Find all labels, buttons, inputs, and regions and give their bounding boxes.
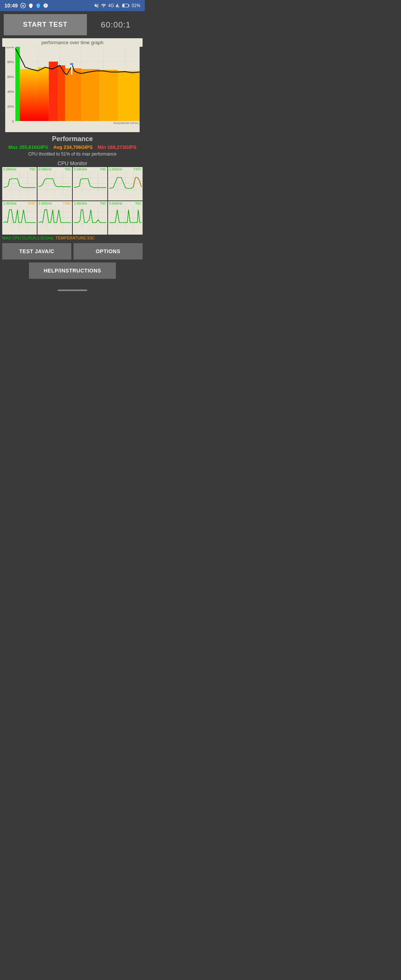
help-btn-container: HELP/INSTRUCTIONS — [0, 262, 145, 279]
performance-section: Performance Max 355,616GIPS Avg 234,706G… — [0, 132, 145, 158]
svg-text:0: 0 — [12, 119, 14, 123]
status-time: 10:49 — [5, 3, 18, 8]
svg-rect-30 — [65, 68, 81, 121]
cpu-core4-freq: 1.92GHz — [109, 167, 123, 171]
perf-avg: Avg 234,706GIPS — [54, 145, 93, 150]
graph-section: performance over time graph 100% — [2, 38, 143, 132]
svg-text:20%: 20% — [8, 105, 14, 108]
cpu-core-2: 0.59GHz T0C — [38, 167, 72, 200]
shield2-icon — [36, 3, 41, 8]
status-right: 4G 31% — [94, 3, 140, 8]
cpu-core6-freq: 1.92GHz — [38, 202, 52, 205]
battery-icon — [122, 3, 130, 8]
cpu-core5-freq: 1.92GHz — [3, 202, 17, 205]
cpu-core-6: 1.92GHz T93C — [38, 201, 72, 235]
cpu-monitor-title: CPU Monitor — [0, 158, 145, 167]
svg-rect-32 — [100, 70, 118, 121]
motorola-icon: M — [20, 3, 26, 8]
start-test-button[interactable]: START TEST — [4, 14, 87, 35]
cpu-core5-temp: T93C — [27, 202, 36, 205]
wifi-icon — [101, 3, 106, 8]
cpu-core1-temp: T0C — [29, 167, 36, 171]
cpu-core-1: 0.59GHz T0C — [2, 167, 37, 200]
battery-percent: 31% — [131, 3, 140, 8]
perf-max: Max 355,616GIPS — [8, 145, 48, 150]
svg-text:G: G — [45, 4, 46, 7]
help-instructions-button[interactable]: HELP/INSTRUCTIONS — [29, 262, 116, 279]
cpu-max-clock: MAX CPU CLOCK:2.91GHz, — [2, 236, 54, 240]
cpu-core7-freq: 1.92GHz — [74, 202, 87, 205]
svg-rect-26 — [20, 69, 38, 121]
cpu-core-3: 0.59GHz T0C — [73, 167, 107, 200]
nav-indicator — [57, 290, 87, 291]
status-bar: 10:49 M G 4G — [0, 0, 145, 11]
cpu-core6-temp: T93C — [63, 202, 71, 205]
performance-graph: 100% 80% 60% 40% 20% 0 — [5, 47, 140, 132]
cpu-grid: 0.59GHz T0C 0.59GHz T0C — [2, 167, 143, 235]
signal-icon — [116, 3, 120, 8]
svg-rect-25 — [15, 47, 20, 121]
performance-stats: Max 355,616GIPS Avg 234,706GIPS Min 169,… — [0, 145, 145, 150]
svg-rect-6 — [123, 5, 124, 7]
cpu-core-8: 0.63GHz T0C — [108, 201, 143, 235]
svg-rect-35 — [70, 63, 73, 65]
perf-min: Min 169,273GIPS — [98, 145, 136, 150]
top-controls: START TEST 60:00:1 — [0, 11, 145, 38]
test-java-c-button[interactable]: TEST JAVA/C — [2, 243, 71, 259]
cpu-core3-freq: 0.59GHz — [74, 167, 87, 171]
cpu-core1-freq: 0.59GHz — [3, 167, 17, 171]
timer-display: 60:00:1 — [91, 20, 141, 30]
main-content: START TEST 60:00:1 performance over time… — [0, 11, 145, 296]
svg-text:100%: 100% — [6, 47, 14, 49]
svg-text:80%: 80% — [8, 60, 14, 64]
svg-rect-27 — [38, 67, 49, 121]
shield-icon — [28, 3, 33, 8]
svg-text:time(interval 10min): time(interval 10min) — [113, 121, 139, 125]
svg-rect-28 — [49, 62, 57, 121]
network-type: 4G — [108, 3, 114, 8]
cpu-core3-temp: T0C — [100, 167, 106, 171]
cpu-core8-freq: 0.63GHz — [109, 202, 123, 205]
svg-text:60%: 60% — [8, 75, 14, 79]
cpu-core-4: 1.92GHz T37C — [108, 167, 143, 200]
cpu-core2-freq: 0.59GHz — [38, 167, 52, 171]
svg-rect-5 — [129, 5, 129, 6]
svg-rect-29 — [58, 65, 65, 121]
graph-title: performance over time graph — [2, 38, 143, 47]
performance-title: Performance — [0, 135, 145, 143]
bottom-buttons: TEST JAVA/C OPTIONS — [2, 243, 143, 259]
cpu-core-5: 1.92GHz T93C — [2, 201, 37, 235]
cpu-max-info: MAX CPU CLOCK:2.91GHz, TEMPERATURE:93C — [2, 236, 143, 240]
nav-bar — [0, 285, 145, 296]
svg-rect-31 — [81, 69, 100, 121]
cpu-core4-temp: T37C — [133, 167, 142, 171]
options-button[interactable]: OPTIONS — [73, 243, 143, 259]
cpu-core2-temp: T0C — [65, 167, 71, 171]
cpu-core8-temp: T0C — [135, 202, 142, 205]
cpu-max-temp: TEMPERATURE:93C — [55, 236, 95, 240]
google-icon: G — [43, 3, 48, 8]
svg-text:40%: 40% — [8, 90, 14, 94]
status-left: 10:49 M G — [5, 3, 48, 8]
mute-icon — [94, 3, 99, 8]
perf-note: CPU throttled to 51% of its max performa… — [0, 151, 145, 157]
cpu-core-7: 1.92GHz T0C — [73, 201, 107, 235]
cpu-core7-temp: T0C — [100, 202, 106, 205]
svg-rect-33 — [118, 71, 140, 121]
svg-text:M: M — [22, 4, 24, 8]
